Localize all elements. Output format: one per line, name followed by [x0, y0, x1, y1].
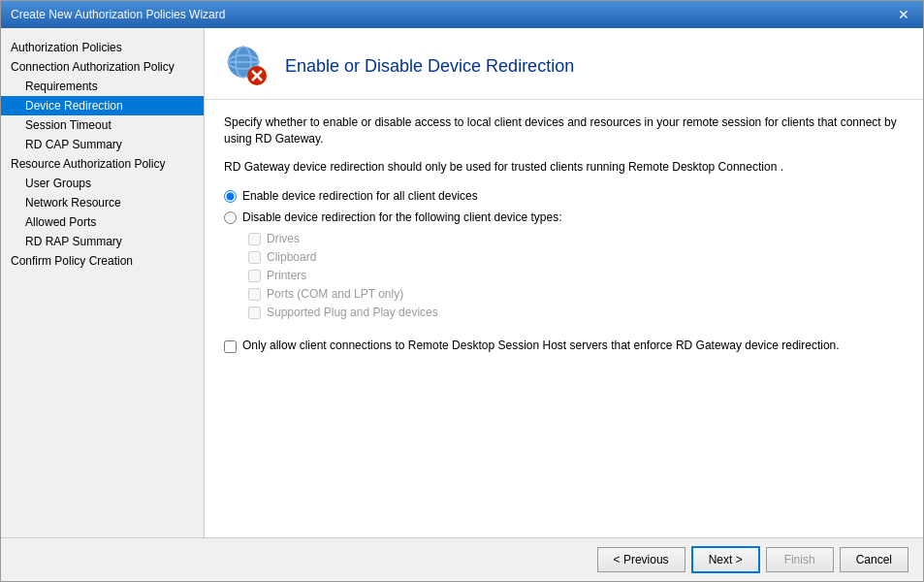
window-title: Create New Authorization Policies Wizard — [11, 8, 225, 21]
enable-radio[interactable] — [224, 190, 237, 203]
finish-button[interactable]: Finish — [766, 547, 834, 572]
sidebar-item[interactable]: RD CAP Summary — [1, 135, 204, 154]
enforce-checkbox[interactable] — [224, 340, 237, 353]
device-checkbox-label: Printers — [267, 269, 306, 282]
close-button[interactable]: ✕ — [894, 7, 913, 22]
main-panel: Enable or Disable Device Redirection Spe… — [205, 28, 923, 537]
next-button[interactable]: Next > — [691, 546, 760, 573]
sidebar-item[interactable]: Device Redirection — [1, 96, 204, 115]
bottom-checkbox-area: Only allow client connections to Remote … — [224, 339, 904, 353]
sidebar-item[interactable]: Connection Authorization Policy — [1, 57, 204, 77]
device-checkbox[interactable] — [248, 307, 261, 319]
device-checkbox[interactable] — [248, 233, 261, 245]
sidebar-item[interactable]: Requirements — [1, 77, 204, 96]
device-checkbox-item: Ports (COM and LPT only) — [248, 287, 904, 301]
device-checkbox-label: Supported Plug and Play devices — [267, 306, 438, 319]
radio-group: Enable device redirection for all client… — [224, 189, 904, 224]
enable-option[interactable]: Enable device redirection for all client… — [224, 189, 904, 203]
sidebar-item[interactable]: Confirm Policy Creation — [1, 251, 204, 271]
sidebar-item[interactable]: RD RAP Summary — [1, 232, 204, 251]
sidebar-item[interactable]: Network Resource — [1, 193, 204, 212]
device-checkbox-label: Clipboard — [267, 250, 316, 264]
footer: < Previous Next > Finish Cancel — [1, 537, 923, 581]
bottom-checkbox-label: Only allow client connections to Remote … — [242, 339, 840, 352]
device-checkbox[interactable] — [248, 270, 261, 282]
disable-radio[interactable] — [224, 211, 237, 224]
device-checkbox[interactable] — [248, 251, 261, 264]
enable-label: Enable device redirection for all client… — [242, 189, 478, 203]
wizard-window: Create New Authorization Policies Wizard… — [0, 0, 924, 582]
device-checkbox[interactable] — [248, 288, 261, 301]
title-bar: Create New Authorization Policies Wizard… — [1, 1, 923, 28]
disable-option[interactable]: Disable device redirection for the follo… — [224, 210, 904, 224]
previous-button[interactable]: < Previous — [597, 547, 685, 572]
header-area: Enable or Disable Device Redirection — [205, 28, 923, 100]
sidebar-item[interactable]: Resource Authorization Policy — [1, 154, 204, 174]
sidebar-item[interactable]: User Groups — [1, 174, 204, 193]
device-checkbox-item: Printers — [248, 269, 904, 282]
device-checkbox-item: Drives — [248, 232, 904, 245]
device-checkbox-item: Clipboard — [248, 250, 904, 264]
disable-label: Disable device redirection for the follo… — [242, 210, 562, 224]
page-title: Enable or Disable Device Redirection — [285, 56, 574, 77]
main-content: Specify whether to enable or disable acc… — [205, 100, 923, 537]
device-checkbox-item: Supported Plug and Play devices — [248, 306, 904, 319]
sidebar-item[interactable]: Session Timeout — [1, 115, 204, 135]
wizard-icon — [224, 43, 271, 89]
description1: Specify whether to enable or disable acc… — [224, 114, 904, 147]
description2: RD Gateway device redirection should onl… — [224, 159, 904, 176]
sidebar: Authorization PoliciesConnection Authori… — [1, 28, 205, 537]
sidebar-item[interactable]: Allowed Ports — [1, 212, 204, 232]
cancel-button[interactable]: Cancel — [840, 547, 908, 572]
sidebar-item[interactable]: Authorization Policies — [1, 38, 204, 57]
device-checkboxes: DrivesClipboardPrintersPorts (COM and LP… — [248, 232, 904, 319]
device-checkbox-label: Ports (COM and LPT only) — [267, 287, 403, 301]
content-area: Authorization PoliciesConnection Authori… — [1, 28, 923, 537]
device-checkbox-label: Drives — [267, 232, 300, 245]
